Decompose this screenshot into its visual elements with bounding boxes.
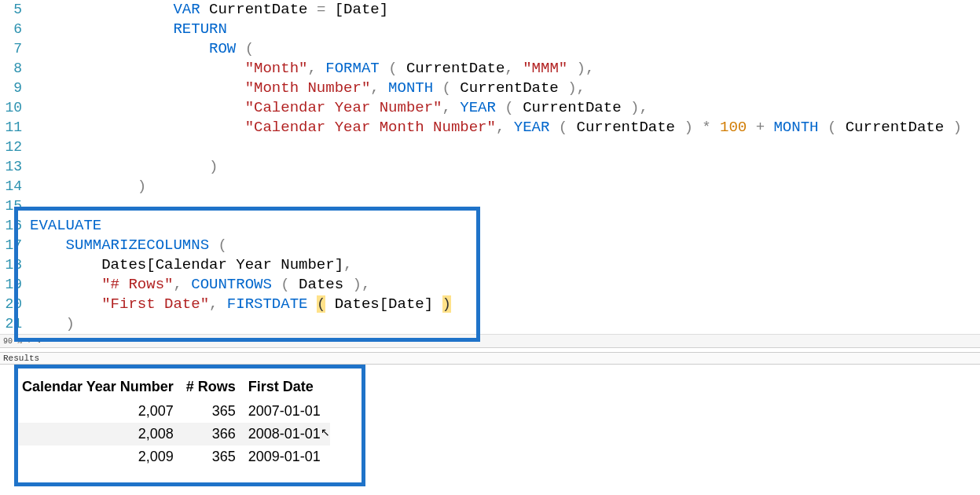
code-line[interactable]: 5 VAR CurrentDate = [Date] <box>0 0 980 20</box>
line-number: 14 <box>0 177 30 196</box>
cell-date: 2009-01-01 <box>245 446 330 468</box>
code-content[interactable]: VAR CurrentDate = [Date] <box>30 0 388 20</box>
code-line[interactable]: 11 "Calendar Year Month Number", YEAR ( … <box>0 118 980 138</box>
code-content[interactable]: ) <box>30 157 218 177</box>
code-line[interactable]: 9 "Month Number", MONTH ( CurrentDate ), <box>0 79 980 98</box>
code-content[interactable]: SUMMARIZECOLUMNS ( <box>30 236 227 255</box>
cell-year: 2,008 <box>19 423 183 446</box>
line-number: 12 <box>0 138 30 157</box>
line-number: 11 <box>0 118 30 138</box>
cell-rows: 365 <box>183 446 245 468</box>
code-line[interactable]: 6 RETURN <box>0 20 980 39</box>
table-row[interactable]: 2,008 366 2008-01-01↖ <box>19 423 330 446</box>
code-content[interactable]: EVALUATE <box>30 216 101 236</box>
line-number: 16 <box>0 216 30 236</box>
line-number: 5 <box>0 0 30 20</box>
code-line[interactable]: 16EVALUATE <box>0 216 980 236</box>
zoom-indicator[interactable]: 90 % ▾ ◂ <box>0 334 980 347</box>
code-line[interactable]: 13 ) <box>0 157 980 177</box>
line-number: 10 <box>0 98 30 118</box>
code-content[interactable]: "# Rows", COUNTROWS ( Dates ), <box>30 275 370 295</box>
col-header[interactable]: Calendar Year Number <box>19 376 183 400</box>
cell-year: 2,007 <box>19 400 183 423</box>
cursor-icon: ↖ <box>321 426 330 438</box>
line-number: 17 <box>0 236 30 255</box>
code-content[interactable]: "Month", FORMAT ( CurrentDate, "MMM" ), <box>30 59 594 79</box>
line-number: 19 <box>0 275 30 295</box>
code-line[interactable]: 8 "Month", FORMAT ( CurrentDate, "MMM" )… <box>0 59 980 79</box>
code-line[interactable]: 18 Dates[Calendar Year Number], <box>0 255 980 275</box>
code-line[interactable]: 19 "# Rows", COUNTROWS ( Dates ), <box>0 275 980 295</box>
results-pane-label: Results <box>0 352 980 365</box>
code-content[interactable]: "Calendar Year Number", YEAR ( CurrentDa… <box>30 98 648 118</box>
code-line[interactable]: 20 "First Date", FIRSTDATE ( Dates[Date]… <box>0 295 980 314</box>
line-number: 15 <box>0 196 30 216</box>
line-number: 21 <box>0 314 30 334</box>
code-content[interactable]: "Month Number", MONTH ( CurrentDate ), <box>30 79 585 98</box>
line-number: 8 <box>0 59 30 79</box>
code-content[interactable]: ROW ( <box>30 39 254 59</box>
results-pane: Calendar Year Number # Rows First Date 2… <box>0 365 980 468</box>
table-row[interactable]: 2,009 365 2009-01-01 <box>19 446 330 468</box>
line-number: 20 <box>0 295 30 314</box>
cell-year: 2,009 <box>19 446 183 468</box>
line-number: 9 <box>0 79 30 98</box>
table-row[interactable]: 2,007 365 2007-01-01 <box>19 400 330 423</box>
results-header-row: Calendar Year Number # Rows First Date <box>19 376 330 400</box>
code-line[interactable]: 21 ) <box>0 314 980 334</box>
code-line[interactable]: 7 ROW ( <box>0 39 980 59</box>
code-content[interactable]: Dates[Calendar Year Number], <box>30 255 352 275</box>
code-content[interactable]: "Calendar Year Month Number", YEAR ( Cur… <box>30 118 962 138</box>
code-content[interactable]: RETURN <box>30 20 227 39</box>
code-line[interactable]: 12 <box>0 138 980 157</box>
col-header[interactable]: # Rows <box>183 376 245 400</box>
code-line[interactable]: 15 <box>0 196 980 216</box>
col-header[interactable]: First Date <box>245 376 330 400</box>
code-line[interactable]: 10 "Calendar Year Number", YEAR ( Curren… <box>0 98 980 118</box>
code-content[interactable]: "First Date", FIRSTDATE ( Dates[Date] ) <box>30 295 451 314</box>
code-content[interactable]: ) <box>30 177 146 196</box>
code-line[interactable]: 14 ) <box>0 177 980 196</box>
code-content[interactable]: ) <box>30 314 75 334</box>
line-number: 7 <box>0 39 30 59</box>
line-number: 18 <box>0 255 30 275</box>
cell-rows: 366 <box>183 423 245 446</box>
results-table[interactable]: Calendar Year Number # Rows First Date 2… <box>19 376 330 468</box>
line-number: 6 <box>0 20 30 39</box>
line-number: 13 <box>0 157 30 177</box>
cell-rows: 365 <box>183 400 245 423</box>
code-editor[interactable]: 5 VAR CurrentDate = [Date]6 RETURN7 ROW … <box>0 0 980 334</box>
cell-date: 2008-01-01↖ <box>245 423 330 446</box>
code-line[interactable]: 17 SUMMARIZECOLUMNS ( <box>0 236 980 255</box>
cell-date: 2007-01-01 <box>245 400 330 423</box>
